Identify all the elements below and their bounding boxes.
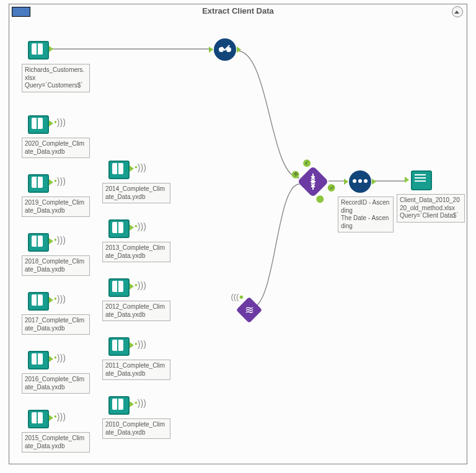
sort-tool[interactable] [349,170,371,193]
wireless-output-icon: ●))) [134,221,146,231]
wireless-output-icon: ●))) [54,117,66,127]
input-data-tool[interactable] [108,158,131,179]
input-data-tool[interactable] [108,276,131,297]
input-data-tool[interactable] [28,38,50,60]
input-annotation: 2019_Complete_Climate_Data.yxdb [22,197,90,217]
input-data-tool[interactable] [108,394,131,415]
output-annotation: Client_Data_2010_2020_old_method.xlsx Qu… [397,194,465,223]
input-annotation: 2018_Complete_Climate_Data.yxdb [22,255,90,276]
wireless-output-icon: ●))) [134,162,146,172]
join-anchor-out[interactable] [315,194,325,205]
join-multiple-tool[interactable]: L R J [302,170,324,193]
wireless-output-icon: ●))) [54,353,66,363]
input-data-tool[interactable] [28,348,50,369]
wireless-output-icon: ●))) [134,280,146,290]
input-annotation: 2015_Complete_Climate_Data.yxdb [22,432,90,453]
input-data-tool[interactable] [28,231,50,252]
input-annotation: 2014_Complete_Climate_Data.yxdb [102,183,170,203]
input-data-tool[interactable] [28,407,50,428]
wireless-output-icon: ●))) [54,294,66,304]
input-annotation: 2012_Complete_Climate_Data.yxdb [102,301,170,321]
input-data-tool[interactable] [28,290,50,311]
join-anchor-j[interactable]: J [326,182,337,193]
input-annotation: 2017_Complete_Climate_Data.yxdb [22,314,90,335]
input-data-tool[interactable] [28,113,50,134]
sort-annotation: RecordID - Ascending The Date - Ascendin… [338,197,394,232]
output-data-tool[interactable] [408,169,431,190]
container-title: Extract Client Data [9,4,467,18]
input-annotation: 2020_Complete_Climate_Data.yxdb [22,138,90,158]
wireless-output-icon: ●))) [54,235,66,245]
wireless-output-icon: ●))) [54,412,66,422]
input-annotation: 2011_Complete_Climate_Data.yxdb [102,360,170,380]
input-data-tool[interactable] [28,172,50,193]
input-annotation: 2013_Complete_Climate_Data.yxdb [102,242,170,262]
tool-container[interactable]: Extract Client Data Richards_Customers.x… [9,4,467,464]
input-data-tool[interactable] [108,217,131,238]
wireless-output-icon: ●))) [54,176,66,186]
wireless-output-icon: ●))) [134,339,146,349]
batch-macro-tool[interactable]: ≋(((● [240,301,258,319]
input-annotation: 2016_Complete_Climate_Data.yxdb [22,373,90,394]
input-data-tool[interactable] [108,335,131,356]
wireless-output-icon: ●))) [134,398,146,408]
input-annotation: 2010_Complete_Climate_Data.yxdb [102,418,170,439]
input-annotation-main: Richards_Customers.xlsx Query=`Customers… [22,64,90,92]
wireless-input-icon: (((● [231,292,244,301]
collapse-toggle-icon[interactable] [452,6,463,17]
data-cleansing-tool[interactable] [214,38,236,61]
join-anchor-l[interactable]: L [302,158,312,169]
join-anchor-r[interactable]: R [290,169,301,180]
